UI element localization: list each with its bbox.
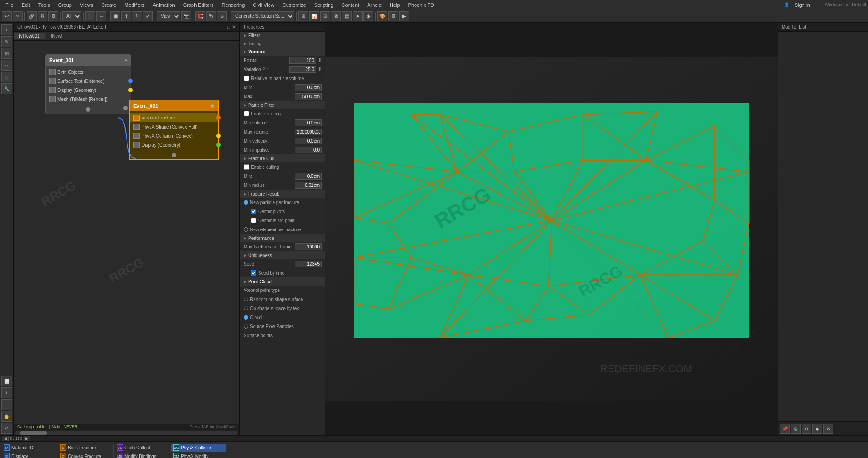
utilities-icon[interactable]: 🔧 bbox=[1, 83, 12, 94]
motion-icon[interactable]: ↔ bbox=[1, 60, 12, 71]
scroll-thumb[interactable] bbox=[20, 431, 47, 435]
mirror-button[interactable]: ↔ bbox=[96, 11, 106, 21]
unlink-button[interactable]: ⛓ bbox=[38, 11, 47, 21]
scale-button[interactable]: ⤢ bbox=[143, 11, 153, 21]
surface-test-connector[interactable] bbox=[128, 79, 133, 83]
event2-item-voronoi[interactable]: Voronoi Fracture bbox=[130, 113, 218, 122]
editor-close-btn[interactable]: ✕ bbox=[232, 24, 236, 29]
menu-group[interactable]: Group bbox=[54, 1, 75, 9]
modify-icon[interactable]: ✎ bbox=[1, 36, 12, 47]
item-physx-modify[interactable]: XM PhysX Modify bbox=[171, 452, 226, 458]
zoom-out-icon[interactable]: − bbox=[1, 399, 12, 410]
event2-display-connector[interactable] bbox=[216, 143, 221, 147]
event2-item-display[interactable]: Display (Geometry) bbox=[130, 140, 218, 149]
motion-button[interactable]: ➤ bbox=[353, 11, 363, 21]
particle-filter-header[interactable]: Particle Filter bbox=[240, 101, 326, 109]
view-dropdown[interactable]: View bbox=[157, 11, 180, 21]
event1-item-display[interactable]: Display (Geometry) bbox=[46, 86, 131, 95]
physx-collision-connector[interactable] bbox=[216, 134, 221, 138]
hierarchy-icon[interactable]: ⊞ bbox=[1, 48, 12, 59]
menu-views[interactable]: Views bbox=[76, 1, 97, 9]
menu-content[interactable]: Content bbox=[338, 1, 363, 9]
fracture-cull-header[interactable]: Fracture Cull bbox=[240, 155, 326, 162]
cull-min-vol-input[interactable] bbox=[295, 173, 322, 180]
modifier-list-area[interactable] bbox=[778, 32, 868, 421]
event2-out-dot[interactable] bbox=[172, 153, 176, 157]
voronoi-out-connector[interactable] bbox=[216, 115, 221, 120]
enable-culling-checkbox[interactable] bbox=[244, 164, 249, 170]
percent-button[interactable]: % bbox=[206, 11, 216, 21]
prev-frame-btn[interactable]: ◀ bbox=[2, 436, 9, 441]
menu-rendering[interactable]: Rendering bbox=[218, 1, 249, 9]
spinner-button[interactable]: ⊕ bbox=[217, 11, 227, 21]
render-setup-button[interactable]: ⚙ bbox=[388, 11, 398, 21]
material-editor-button[interactable]: 🎨 bbox=[377, 11, 387, 21]
graph-button[interactable]: 📊 bbox=[309, 11, 319, 21]
editor-tab-tyflow001[interactable]: tyFlow001 bbox=[14, 33, 46, 39]
max-volume-input[interactable] bbox=[295, 129, 322, 135]
new-particle-radio[interactable] bbox=[244, 200, 248, 205]
zoom-in-icon[interactable]: + bbox=[1, 387, 12, 398]
display-button[interactable]: ◉ bbox=[363, 11, 373, 21]
event2-in-dot[interactable] bbox=[123, 106, 128, 110]
editor-scrollbar[interactable] bbox=[14, 430, 239, 435]
next-frame-btn[interactable]: ▶ bbox=[24, 436, 30, 441]
layer-dropdown[interactable]: All bbox=[62, 11, 81, 21]
menu-animation[interactable]: Animation bbox=[149, 1, 179, 9]
named-sel-button[interactable]: ⊞ bbox=[298, 11, 308, 21]
table-button[interactable]: ⊟ bbox=[320, 11, 330, 21]
event1-item-mesh[interactable]: Mesh (TriMesh [Render]) bbox=[46, 95, 131, 104]
sign-in-button[interactable]: Sign In bbox=[791, 1, 814, 9]
center-pivots-checkbox[interactable] bbox=[251, 209, 256, 214]
cull-min-rad-input[interactable] bbox=[295, 182, 322, 189]
snap-button[interactable]: 🧲 bbox=[195, 11, 205, 21]
editor-tab-new[interactable]: [New] bbox=[46, 33, 69, 39]
relative-checkbox[interactable] bbox=[244, 76, 249, 81]
viewport-icon[interactable]: ⬜ bbox=[1, 376, 12, 386]
redo-button[interactable]: ↪ bbox=[13, 11, 23, 21]
voronoi-header[interactable]: Voronoi bbox=[240, 48, 326, 56]
item-modify-bindings[interactable]: MB Modify Bindings bbox=[115, 452, 169, 458]
remove-modifier-button[interactable]: ✕ bbox=[823, 424, 833, 434]
menu-phoenix-fd[interactable]: Phoenix FD bbox=[405, 1, 438, 9]
menu-create[interactable]: Create bbox=[98, 1, 120, 9]
max-input[interactable] bbox=[295, 93, 322, 100]
enable-filtering-checkbox[interactable] bbox=[244, 111, 249, 116]
source-flow-radio[interactable] bbox=[244, 324, 248, 329]
selection-dropdown[interactable]: Generate Selection Se... bbox=[231, 11, 294, 21]
variation-spinner[interactable]: ⬆ bbox=[317, 66, 322, 72]
create-icon[interactable]: + bbox=[1, 24, 12, 35]
display-icon[interactable]: ◎ bbox=[1, 72, 12, 82]
performance-header[interactable]: Performance bbox=[240, 234, 326, 242]
max-fractures-input[interactable] bbox=[295, 243, 322, 250]
display-geo-connector[interactable] bbox=[128, 88, 133, 92]
move-button[interactable]: ✛ bbox=[121, 11, 131, 21]
min-volume-input[interactable] bbox=[295, 119, 322, 126]
editor-restore-btn[interactable]: □ bbox=[227, 24, 230, 29]
center-src-checkbox[interactable] bbox=[251, 218, 256, 223]
menu-arnold[interactable]: Arnold bbox=[363, 1, 385, 9]
event2-item-physx-collision[interactable]: PhysX Collision (Convex) bbox=[130, 131, 218, 140]
cloud-radio[interactable] bbox=[244, 315, 248, 320]
event1-out-dot[interactable] bbox=[86, 107, 90, 112]
min-impulse-input[interactable] bbox=[295, 147, 322, 153]
3d-viewport[interactable]: RRCG RRCG REDEFINEFX.COM bbox=[326, 23, 778, 435]
min-velocity-input[interactable] bbox=[295, 138, 322, 144]
item-convex-fracture[interactable]: C Convex Fracture bbox=[58, 452, 113, 458]
seed-input[interactable] bbox=[295, 261, 322, 267]
points-input[interactable] bbox=[289, 57, 316, 64]
item-material-id[interactable]: M Material ID bbox=[2, 444, 56, 452]
min-input[interactable] bbox=[295, 84, 322, 91]
event1-item-surface-test[interactable]: Surface Test (Distance) bbox=[46, 76, 131, 86]
show-result-button[interactable]: ◎ bbox=[791, 424, 801, 434]
make-unique-button[interactable]: ◆ bbox=[812, 424, 822, 434]
bind-button[interactable]: ⚙ bbox=[48, 11, 58, 21]
hierarchy-button[interactable]: ▤ bbox=[342, 11, 352, 21]
cam-button[interactable]: 📷 bbox=[181, 11, 191, 21]
menu-civil-view[interactable]: Civil View bbox=[249, 1, 278, 9]
render-button[interactable]: ▶ bbox=[399, 11, 409, 21]
menu-edit[interactable]: Edit bbox=[18, 1, 34, 9]
random-surface-radio[interactable] bbox=[244, 297, 248, 301]
point-cloud-header[interactable]: Point Cloud bbox=[240, 278, 326, 286]
pin-stack-button[interactable]: 📌 bbox=[780, 424, 790, 434]
